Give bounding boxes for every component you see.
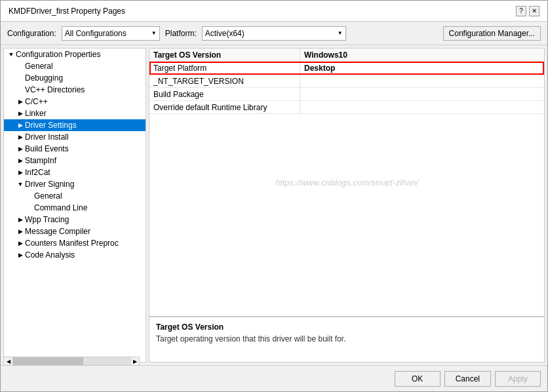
tree-item-debugging[interactable]: Debugging — [4, 72, 146, 84]
prop-value-nt-target — [300, 75, 544, 87]
tree-item-config-props[interactable]: ▼ Configuration Properties — [4, 49, 146, 60]
help-button[interactable]: ? — [516, 6, 526, 16]
title-bar: KMDFDriver_first Property Pages ? ✕ — [1, 1, 547, 22]
prop-value-override-runtime — [300, 101, 544, 113]
tree-item-stampinf[interactable]: ▶ StampInf — [4, 155, 146, 167]
right-panel: Target OS Version Windows10 Target Platf… — [149, 48, 545, 363]
main-window: KMDFDriver_first Property Pages ? ✕ Conf… — [0, 0, 548, 392]
tree-item-label: Linker — [25, 109, 47, 118]
tree-item-label: C/C++ — [25, 97, 48, 106]
prop-value-build-package — [300, 88, 544, 100]
description-title: Target OS Version — [156, 323, 538, 332]
close-button[interactable]: ✕ — [529, 6, 539, 16]
tree-item-label: Build Events — [25, 144, 69, 153]
tree-item-label: VC++ Directories — [25, 85, 85, 94]
tree-item-label: Driver Signing — [25, 180, 74, 189]
left-panel: ▼ Configuration Properties General Debug… — [3, 48, 146, 363]
tree-expand-icon: ▶ — [16, 122, 25, 128]
tree-item-label: Driver Install — [25, 132, 69, 142]
tree-item-driver-signing[interactable]: ▼ Driver Signing — [4, 178, 146, 190]
prop-row-nt-target[interactable]: _NT_TARGET_VERSION — [149, 75, 544, 88]
watermark: https://www.cnblogs.com/smart-zihan/ — [275, 178, 418, 187]
config-select[interactable]: All Configurations ▼ — [62, 26, 160, 41]
tree-item-label: General — [25, 62, 53, 71]
description-panel: Target OS Version Target operating versi… — [149, 316, 544, 362]
tree-item-vc-dirs[interactable]: VC++ Directories — [4, 84, 146, 96]
tree-expand-icon: ▶ — [16, 252, 25, 258]
tree-item-ds-general[interactable]: General — [4, 190, 146, 202]
tree-item-label: Debugging — [25, 73, 63, 83]
main-content: ▼ Configuration Properties General Debug… — [1, 45, 547, 365]
properties-table: Target OS Version Windows10 Target Platf… — [149, 49, 544, 316]
config-arrow-icon: ▼ — [151, 30, 157, 36]
platform-label: Platform: — [165, 29, 197, 38]
tree-item-label: General — [34, 191, 62, 201]
tree-item-code-analysis[interactable]: ▶ Code Analysis — [4, 249, 146, 261]
prop-name-target-platform: Target Platform — [149, 62, 300, 74]
window-title: KMDFDriver_first Property Pages — [9, 7, 125, 16]
tree-item-label: Counters Manifest Preproc — [25, 239, 119, 248]
prop-row-target-platform[interactable]: Target Platform Desktop — [149, 62, 544, 75]
scroll-right-button[interactable]: ▶ — [130, 357, 139, 365]
tree-item-label: Configuration Properties — [16, 50, 100, 59]
tree-item-ccpp[interactable]: ▶ C/C++ — [4, 96, 146, 108]
horizontal-scrollbar[interactable]: ◀ ▶ — [3, 357, 140, 366]
prop-name-nt-target: _NT_TARGET_VERSION — [149, 75, 300, 87]
tree-expand-icon: ▶ — [16, 146, 25, 152]
config-label: Configuration: — [7, 29, 56, 38]
scroll-thumb[interactable] — [13, 357, 83, 365]
apply-button[interactable]: Apply — [495, 371, 541, 387]
tree-item-ds-cmdline[interactable]: Command Line — [4, 202, 146, 214]
prop-header-row: Target OS Version Windows10 — [149, 49, 544, 62]
platform-value: Active(x64) — [205, 29, 245, 38]
config-value: All Configurations — [65, 29, 127, 38]
scroll-left-button[interactable]: ◀ — [4, 357, 13, 365]
tree-expand-icon: ▶ — [16, 169, 25, 176]
config-manager-button[interactable]: Configuration Manager... — [443, 26, 541, 41]
tree-expand-icon: ▶ — [16, 110, 25, 117]
tree-item-driver-settings[interactable]: ▶ Driver Settings — [4, 119, 146, 131]
ok-button[interactable]: OK — [395, 371, 440, 387]
tree-expand-icon: ▶ — [16, 216, 25, 223]
tree-item-wpp-tracing[interactable]: ▶ Wpp Tracing — [4, 214, 146, 225]
tree-item-label: Wpp Tracing — [25, 215, 69, 224]
prop-name-override-runtime: Override default Runtime Library — [149, 101, 300, 113]
tree-expand-icon: ▶ — [16, 134, 25, 140]
platform-select[interactable]: Active(x64) ▼ — [202, 26, 346, 41]
tree-expand-icon: ▶ — [16, 240, 25, 246]
tree-expand-icon: ▶ — [16, 98, 25, 105]
config-bar: Configuration: All Configurations ▼ Plat… — [1, 22, 547, 45]
tree-item-driver-install[interactable]: ▶ Driver Install — [4, 131, 146, 143]
tree-item-label: Code Analysis — [25, 250, 75, 260]
prop-row-override-runtime[interactable]: Override default Runtime Library — [149, 101, 544, 114]
bottom-bar: OK Cancel Apply — [1, 365, 547, 391]
prop-value-target-platform: Desktop — [300, 62, 544, 74]
tree-item-counters[interactable]: ▶ Counters Manifest Preproc — [4, 237, 146, 249]
tree-expand-icon: ▶ — [16, 157, 25, 164]
tree-item-linker[interactable]: ▶ Linker — [4, 108, 146, 119]
platform-arrow-icon: ▼ — [338, 30, 343, 36]
tree-item-label: Inf2Cat — [25, 168, 50, 177]
tree-expand-icon: ▶ — [16, 228, 25, 235]
tree-item-msg-compiler[interactable]: ▶ Message Compiler — [4, 225, 146, 237]
prop-row-build-package[interactable]: Build Package — [149, 88, 544, 101]
tree-arrow-icon: ▼ — [16, 181, 25, 187]
cancel-button[interactable]: Cancel — [444, 371, 491, 387]
prop-header-value: Windows10 — [300, 49, 544, 61]
tree-item-label: Driver Settings — [25, 121, 77, 130]
tree-item-label: StampInf — [25, 156, 56, 165]
prop-header-name: Target OS Version — [149, 49, 300, 61]
tree-item-inf2cat[interactable]: ▶ Inf2Cat — [4, 167, 146, 178]
tree-item-build-events[interactable]: ▶ Build Events — [4, 143, 146, 155]
tree-arrow-icon: ▼ — [7, 51, 16, 58]
scroll-track[interactable] — [13, 357, 130, 365]
description-text: Target operating version that this drive… — [156, 334, 538, 343]
tree-item-label: Command Line — [34, 203, 87, 212]
prop-name-build-package: Build Package — [149, 88, 300, 100]
tree-item-general[interactable]: General — [4, 60, 146, 72]
title-bar-controls: ? ✕ — [516, 6, 539, 16]
tree-item-label: Message Compiler — [25, 227, 90, 236]
